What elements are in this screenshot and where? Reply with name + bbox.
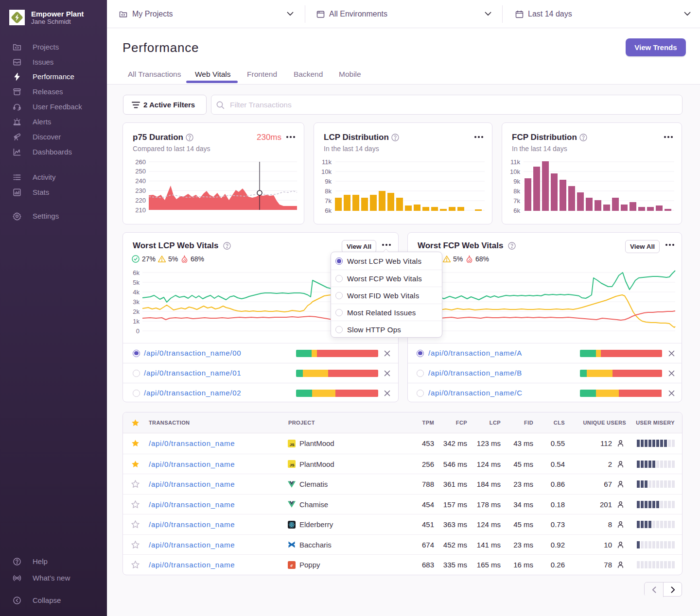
svg-text:210: 210 — [135, 206, 146, 214]
svg-text:6k: 6k — [325, 207, 332, 214]
svg-text:7k: 7k — [513, 197, 520, 205]
svg-text:1k: 1k — [133, 318, 140, 325]
svg-text:5k: 5k — [133, 279, 140, 286]
svg-text:7k: 7k — [325, 197, 332, 205]
svg-text:250: 250 — [135, 168, 146, 175]
svg-text:e: e — [291, 562, 293, 568]
svg-text:10k: 10k — [510, 168, 520, 175]
svg-text:10k: 10k — [321, 168, 332, 175]
svg-text:6k: 6k — [513, 207, 520, 214]
svg-text:240: 240 — [135, 177, 146, 185]
svg-text:8k: 8k — [513, 188, 520, 195]
svg-text:JS: JS — [290, 463, 295, 467]
svg-text:JS: JS — [290, 443, 295, 447]
svg-text:0: 0 — [136, 327, 140, 335]
svg-text:6k: 6k — [133, 269, 140, 276]
svg-text:260: 260 — [135, 158, 146, 166]
svg-text:9k: 9k — [325, 178, 332, 185]
svg-text:3k: 3k — [133, 298, 140, 306]
svg-text:8k: 8k — [325, 188, 332, 195]
svg-text:2k: 2k — [133, 308, 140, 315]
svg-text:11k: 11k — [322, 158, 332, 166]
svg-text:4k: 4k — [133, 289, 140, 296]
svg-text:9k: 9k — [513, 178, 520, 185]
svg-text:230: 230 — [135, 187, 146, 194]
svg-text:220: 220 — [135, 197, 146, 204]
svg-text:11k: 11k — [510, 158, 520, 166]
